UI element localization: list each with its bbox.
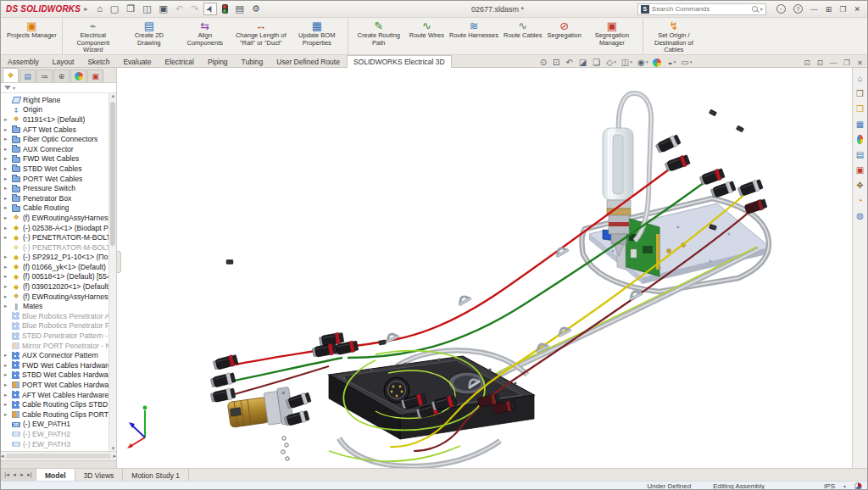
solidworks-resources-tab[interactable]: ▣ <box>856 165 864 175</box>
tile-window-icon[interactable]: ⊡ <box>817 58 823 67</box>
dimxpertmanager-tab[interactable]: ⊕ <box>53 70 70 82</box>
doc-restore-button[interactable]: ❐ <box>843 58 850 67</box>
tree-item[interactable]: Right Plane <box>1 95 116 105</box>
home-button[interactable]: ⌂ <box>94 3 105 15</box>
tree-item[interactable]: ▸ Mates <box>1 301 116 311</box>
penetrator-box[interactable] <box>329 356 534 439</box>
tree-vertical-scrollbar[interactable]: ▲ ▼ <box>108 93 116 451</box>
tree-item[interactable]: ▸ (f) EWRoutingAssyHarness_H2_357 <box>1 213 116 223</box>
assembly-model[interactable] <box>117 68 852 468</box>
sheet-nav-buttons[interactable]: |◂ ◂ ▸ ▸| <box>1 469 36 481</box>
tree-item[interactable]: Blue Robotics Penetrator FWD - NO <box>1 321 116 331</box>
filter-caret[interactable]: ▾ <box>13 85 15 91</box>
filter-icon[interactable] <box>4 86 11 90</box>
tree-item[interactable]: STBD Penetrator Pattern - NO WET <box>1 331 116 341</box>
open-file-button[interactable]: ❐ <box>124 3 137 15</box>
tree-item[interactable]: ▸ (-) SP2912_P1-10<1> (По умолчан <box>1 253 116 263</box>
displaymanager-tab[interactable]: ● <box>70 70 86 82</box>
tree-item[interactable]: (-) PENETRATOR-M-BOLT-10-25-A <box>1 242 116 253</box>
rebuild-button[interactable] <box>220 3 231 15</box>
tree-item[interactable]: ▸ (-) PENETRATOR-M-BOLT-10-25-A <box>1 232 116 242</box>
graphics-viewport[interactable] <box>116 68 852 468</box>
sheet-tab[interactable]: Model <box>36 469 75 481</box>
user-account-icon[interactable]: ◦ <box>776 4 786 14</box>
tree-item[interactable]: (-) EW_PATH2 <box>1 429 116 439</box>
tree-item[interactable]: ▸ STBD Wet Cables <box>1 164 116 174</box>
zoom-to-fit-button[interactable]: ⊙ <box>540 58 548 67</box>
panel-collapse-handle[interactable] <box>116 251 121 273</box>
tree-item[interactable]: ▸ PORT Wet Cables Hardware Mirror <box>1 380 116 390</box>
panel-splitter[interactable]: ◦ <box>1 460 116 468</box>
logo-expand-arrow[interactable]: ▸ <box>84 5 87 13</box>
hide-show-items-button[interactable]: ◉▾ <box>637 58 648 67</box>
command-tab[interactable]: Tubing <box>235 55 270 67</box>
tree-horizontal-scrollbar[interactable]: ◂▸ <box>1 451 116 460</box>
previous-view-button[interactable]: ↶ <box>565 58 573 67</box>
3dexperience-tab[interactable]: ◍ <box>856 211 864 220</box>
view-palette-tab[interactable]: ▦ <box>856 120 864 129</box>
select-button[interactable]: ➤ <box>203 3 216 15</box>
command-tab[interactable]: Electrical <box>158 55 200 67</box>
tree-item[interactable]: ▸ AFT Wet Cables Hardware Pattern <box>1 390 116 400</box>
tree-item[interactable]: ▸ (-) 02538-A<1> (Biodapt Part.prtdo <box>1 223 116 233</box>
tree-item[interactable]: ▸ (f) 01066_yk<1> (Default) <box>1 262 116 272</box>
sheet-tab[interactable]: Motion Study 1 <box>123 469 189 481</box>
tree-item[interactable]: ▸ (f) EWRoutingAssyHarness_H3[375 <box>1 292 116 302</box>
tree-item[interactable]: ▸ (f) 039012020<1> (Default) [5781] <box>1 281 116 292</box>
design-library-tab[interactable]: ❒ <box>856 89 864 98</box>
search-dropdown-caret[interactable]: ▾ <box>760 6 763 12</box>
tree-item[interactable]: ▸ STBD Wet Cables Hardware Pattern <box>1 370 116 381</box>
view-settings-button[interactable]: ▭▾ <box>681 58 692 67</box>
tree-item[interactable]: ▸ AUX Connector Pattern <box>1 350 116 360</box>
tree-item[interactable]: ▸ Cable Routing Clips STBD <box>1 399 116 409</box>
undo-button[interactable]: ↶ <box>173 3 186 15</box>
units-caret[interactable]: ▾ <box>843 483 846 489</box>
first-sheet-button[interactable]: |◂ <box>3 471 10 478</box>
command-tab[interactable]: User Defined Route <box>270 55 347 67</box>
command-tab[interactable]: SOLIDWORKS Electrical 3D <box>347 55 452 68</box>
restore-button[interactable]: ❐ <box>839 5 846 14</box>
redo-button[interactable]: ↷ <box>188 3 201 15</box>
tree-item[interactable]: ▸ PORT Wet Cables <box>1 174 116 184</box>
custom-properties-tab[interactable]: ▤ <box>856 150 864 159</box>
command-tab[interactable]: Layout <box>46 55 81 67</box>
tree-item[interactable]: ▸ Penetrator Box <box>1 193 116 203</box>
tree-item[interactable]: ▸ Pressure Switch <box>1 183 116 193</box>
tree-item[interactable]: ▸ FWD Wet Cables <box>1 154 116 164</box>
tree-item[interactable]: ▸ AUX Connector <box>1 144 116 154</box>
featuremanager-tab[interactable]: ❖ <box>3 68 19 82</box>
view-orientation-button[interactable]: ◇▾ <box>606 58 615 67</box>
tree-item[interactable]: ▸ FWD Wet Cables Hardware Pattern <box>1 360 116 370</box>
search-commands-box[interactable]: S ▾ <box>637 3 766 15</box>
tree-item[interactable]: ▸ Cable Routing <box>1 203 116 214</box>
units-indicator[interactable]: IPS <box>824 482 835 490</box>
section-view-button[interactable]: ◪ <box>579 58 587 67</box>
zoom-to-area-button[interactable]: ⊡ <box>553 58 560 67</box>
propertymanager-tab[interactable]: ▤ <box>19 70 36 82</box>
print-button[interactable]: ▣ <box>157 3 170 15</box>
close-button[interactable]: ✕ <box>854 5 860 14</box>
tree-item[interactable]: (-) EW_PATH1 <box>1 420 116 430</box>
options-button[interactable]: ⚙ <box>249 3 263 15</box>
cam-tools-tab[interactable]: ✥ <box>856 181 863 190</box>
minimize-button[interactable]: — <box>810 5 818 14</box>
help-icon[interactable]: ? <box>793 4 803 14</box>
xpress-products-tab[interactable]: ◔ <box>857 196 862 205</box>
dynamic-annotation-views-button[interactable]: ❏ <box>593 58 601 67</box>
new-file-button[interactable]: ▢ <box>108 3 121 15</box>
command-tab[interactable]: Assembly <box>1 55 46 67</box>
doc-close-button[interactable]: ✕ <box>857 58 863 67</box>
maximize-button[interactable]: ⊞ <box>826 5 832 14</box>
tree-item[interactable]: ▸ 01191<1> (Default) <box>1 114 116 125</box>
tree-item[interactable]: Blue Robotics Penetrator AFT - NO <box>1 311 116 321</box>
tree-item[interactable]: ▸ (f) 00518<1> (Default) [5548] <box>1 272 116 282</box>
tree-item[interactable]: Mirror PORT Penetrator - NO WET <box>1 341 116 351</box>
tree-item[interactable]: (-) EW_PATH3 <box>1 439 116 449</box>
command-tab[interactable]: Sketch <box>81 55 116 67</box>
save-button[interactable]: ◫ <box>140 3 153 15</box>
prev-sheet-button[interactable]: ◂ <box>11 471 18 478</box>
home-tab[interactable]: ⌂ <box>857 74 862 83</box>
last-sheet-button[interactable]: ▸| <box>26 471 33 478</box>
next-sheet-button[interactable]: ▸ <box>19 471 25 478</box>
command-tab[interactable]: Piping <box>201 55 235 67</box>
